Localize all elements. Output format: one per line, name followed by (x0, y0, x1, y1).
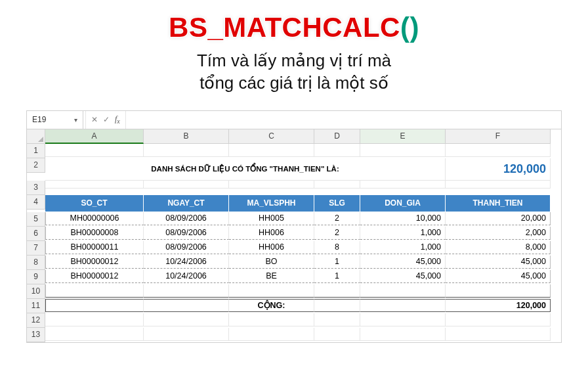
caption-cell: DANH SÁCH DỮ LIỆU CÓ TỔNG "THANH_TIEN" L… (45, 158, 446, 181)
table-header: NGAY_CT (144, 195, 229, 212)
table-header: THANH_TIEN (446, 195, 551, 212)
cell[interactable] (144, 144, 229, 157)
data-cell[interactable]: 1 (314, 256, 360, 269)
column-header[interactable]: E (360, 129, 446, 144)
data-cell[interactable]: BH00000008 (45, 227, 144, 240)
column-header[interactable]: D (314, 129, 360, 144)
cell[interactable] (144, 313, 229, 326)
total-cell (45, 299, 144, 312)
cell[interactable] (314, 328, 360, 341)
cell[interactable] (144, 328, 229, 341)
data-cell[interactable]: 08/09/2006 (144, 241, 229, 254)
cell[interactable] (45, 144, 144, 157)
cell[interactable] (360, 284, 446, 298)
cancel-icon[interactable]: ✕ (91, 115, 98, 124)
grid[interactable]: ABCDEF12DANH SÁCH DỮ LIỆU CÓ TỔNG "THANH… (27, 129, 561, 342)
cell[interactable] (45, 313, 144, 326)
total-cell (360, 299, 446, 312)
table-header: DON_GIA (360, 195, 446, 212)
data-cell[interactable]: 10/24/2006 (144, 256, 229, 269)
cell[interactable] (229, 181, 314, 189)
data-cell[interactable]: 45,000 (446, 256, 551, 269)
row-header[interactable]: 11 (27, 299, 45, 313)
row-header[interactable]: 6 (27, 227, 45, 241)
data-cell[interactable]: 8,000 (446, 241, 551, 254)
row-header[interactable]: 7 (27, 241, 45, 256)
cell[interactable] (144, 181, 229, 189)
data-cell[interactable]: BH00000012 (45, 270, 144, 283)
cell[interactable] (45, 328, 144, 341)
data-cell[interactable]: 45,000 (360, 256, 446, 269)
data-cell[interactable]: BH00000012 (45, 256, 144, 269)
cell[interactable] (314, 313, 360, 326)
row-header[interactable]: 9 (27, 270, 45, 284)
data-cell[interactable]: 2 (314, 212, 360, 225)
column-header[interactable]: C (229, 129, 314, 144)
cell[interactable] (229, 328, 314, 341)
cell[interactable] (45, 181, 144, 189)
cell[interactable] (314, 181, 360, 189)
formula-input[interactable] (126, 111, 561, 129)
row-header[interactable]: 3 (27, 181, 45, 195)
row-header[interactable]: 12 (27, 313, 45, 328)
data-cell[interactable]: 2,000 (446, 227, 551, 240)
row-header[interactable]: 8 (27, 256, 45, 270)
row-header[interactable]: 13 (27, 328, 45, 342)
data-cell[interactable]: MH00000006 (45, 212, 144, 225)
cell[interactable] (314, 284, 360, 298)
cell[interactable] (314, 144, 360, 157)
data-cell[interactable]: 08/09/2006 (144, 212, 229, 225)
function-title: BS_MATCHCALC() (0, 12, 588, 43)
data-cell[interactable]: HH006 (229, 241, 314, 254)
data-cell[interactable]: BO (229, 256, 314, 269)
column-header[interactable]: A (45, 129, 144, 144)
data-cell[interactable]: 2 (314, 227, 360, 240)
cell[interactable] (360, 181, 446, 189)
cell[interactable] (229, 284, 314, 298)
data-cell[interactable]: 10,000 (360, 212, 446, 225)
target-sum[interactable]: 120,000 (446, 158, 551, 181)
cell[interactable] (446, 284, 551, 298)
row-header[interactable]: 5 (27, 212, 45, 227)
data-cell[interactable]: 20,000 (446, 212, 551, 225)
chevron-down-icon: ▾ (74, 116, 77, 123)
cell[interactable] (446, 313, 551, 326)
row-header[interactable]: 2 (27, 158, 45, 173)
cell[interactable] (144, 284, 229, 298)
function-paren: () (400, 12, 419, 43)
data-cell[interactable]: 10/24/2006 (144, 270, 229, 283)
cell[interactable] (360, 328, 446, 341)
data-cell[interactable]: 08/09/2006 (144, 227, 229, 240)
column-header[interactable]: B (144, 129, 229, 144)
data-cell[interactable]: 1,000 (360, 227, 446, 240)
row-header[interactable]: 10 (27, 284, 45, 299)
cell[interactable] (360, 144, 446, 157)
name-box[interactable]: E19 ▾ (27, 111, 83, 129)
select-all-corner[interactable] (27, 129, 45, 144)
cell[interactable] (229, 313, 314, 326)
data-cell[interactable]: HH005 (229, 212, 314, 225)
row-header[interactable]: 1 (27, 144, 45, 158)
table-header: MA_VLSPHH (229, 195, 314, 212)
subtitle-line-1: Tím và lấy mảng vị trí mà (0, 50, 588, 72)
data-cell[interactable]: 45,000 (446, 270, 551, 283)
subtitle: Tím và lấy mảng vị trí mà tổng các giá t… (0, 50, 588, 95)
cell[interactable] (446, 144, 551, 157)
data-cell[interactable]: 45,000 (360, 270, 446, 283)
fx-icon[interactable]: fx (115, 114, 120, 125)
cell[interactable] (446, 181, 551, 189)
data-cell[interactable]: BH00000011 (45, 241, 144, 254)
column-header[interactable]: F (446, 129, 551, 144)
data-cell[interactable]: 1 (314, 270, 360, 283)
row-header[interactable]: 4 (27, 195, 45, 210)
formula-bar: E19 ▾ ✕ ✓ fx (27, 111, 561, 129)
cell[interactable] (45, 284, 144, 298)
data-cell[interactable]: HH006 (229, 227, 314, 240)
cell[interactable] (229, 144, 314, 157)
data-cell[interactable]: 8 (314, 241, 360, 254)
data-cell[interactable]: BE (229, 270, 314, 283)
cell[interactable] (360, 313, 446, 326)
cell[interactable] (446, 328, 551, 341)
enter-icon[interactable]: ✓ (103, 115, 110, 124)
data-cell[interactable]: 1,000 (360, 241, 446, 254)
